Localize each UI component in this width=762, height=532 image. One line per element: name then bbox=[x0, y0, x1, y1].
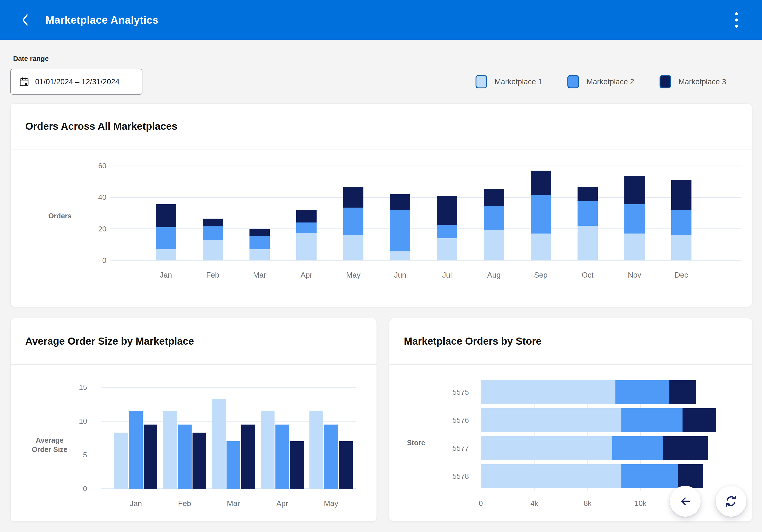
bar-segment-marketplace-2 bbox=[531, 195, 551, 233]
bar-marketplace-2 bbox=[129, 411, 143, 489]
month-label: Aug bbox=[484, 271, 504, 279]
horizontal-stacked-bar-plot bbox=[481, 380, 720, 488]
bar-segment-marketplace-2 bbox=[390, 210, 410, 251]
bar-marketplace-3 bbox=[192, 432, 206, 489]
y-axis-ticks: 051015 bbox=[69, 387, 87, 489]
bar-marketplace-2 bbox=[324, 425, 338, 489]
bar-group-mar bbox=[212, 399, 255, 489]
bar-segment-marketplace-1 bbox=[481, 380, 615, 404]
month-label: Apr bbox=[261, 499, 304, 508]
fab-back-button[interactable] bbox=[670, 486, 701, 517]
bar-group-may bbox=[309, 411, 353, 489]
overflow-menu-icon[interactable] bbox=[733, 11, 739, 29]
y-tick-label: 0 bbox=[102, 256, 106, 265]
month-label: Dec bbox=[671, 271, 691, 279]
date-range-input[interactable]: 01/01/2024 – 12/31/2024 bbox=[10, 69, 142, 95]
bar-segment-marketplace-3 bbox=[484, 189, 504, 206]
chart-title: Marketplace Orders by Store bbox=[404, 335, 541, 347]
stacked-bar-mar bbox=[250, 229, 270, 260]
y-axis-title: Orders bbox=[37, 212, 83, 221]
stacked-bar-plot bbox=[110, 166, 741, 260]
x-tick-label: 0 bbox=[479, 499, 483, 508]
store-labels: 5575557655775578 bbox=[441, 380, 469, 488]
orders-by-store-card: Marketplace Orders by Store Store 557555… bbox=[389, 318, 752, 522]
bar-segment-marketplace-1 bbox=[671, 235, 691, 260]
bar-segment-marketplace-2 bbox=[437, 225, 457, 238]
stacked-bar-dec bbox=[671, 180, 691, 260]
bar-segment-marketplace-2 bbox=[484, 206, 504, 230]
stacked-bar-jan bbox=[156, 204, 176, 260]
y-axis-title: Average Order Size bbox=[27, 436, 73, 454]
bar-segment-marketplace-1 bbox=[481, 464, 621, 488]
kebab-dot bbox=[735, 12, 738, 15]
stacked-bar-feb bbox=[203, 219, 223, 260]
y-axis-ticks: 0204060 bbox=[88, 166, 106, 260]
month-label: Feb bbox=[203, 271, 223, 279]
stacked-bar-aug bbox=[484, 189, 504, 260]
legend-label: Marketplace 3 bbox=[679, 77, 726, 86]
legend-swatch-marketplace-1 bbox=[476, 75, 487, 89]
bar-marketplace-3 bbox=[144, 425, 157, 489]
legend-item-marketplace-1[interactable]: Marketplace 1 bbox=[476, 75, 542, 89]
x-axis-labels: JanFebMarAprMayJunJulAugSepOctNovDec bbox=[110, 271, 741, 279]
bar-segment-marketplace-2 bbox=[156, 227, 176, 249]
bar-segment-marketplace-2 bbox=[621, 408, 683, 432]
bar-segment-marketplace-3 bbox=[203, 219, 223, 227]
grouped-bar-plot bbox=[101, 387, 356, 489]
y-tick-label: 10 bbox=[79, 417, 87, 426]
date-range-value: 01/01/2024 – 12/31/2024 bbox=[35, 77, 119, 86]
bar-segment-marketplace-3 bbox=[250, 229, 270, 236]
bar-segment-marketplace-1 bbox=[481, 408, 621, 432]
bar-segment-marketplace-3 bbox=[531, 170, 551, 195]
month-label: Nov bbox=[624, 271, 645, 279]
bar-segment-marketplace-3 bbox=[437, 196, 457, 225]
chart-title: Orders Across All Marketplaces bbox=[25, 120, 177, 132]
bar-segment-marketplace-1 bbox=[250, 249, 270, 260]
month-label: Jun bbox=[390, 271, 410, 279]
arrow-left-icon bbox=[678, 494, 693, 508]
bar-segment-marketplace-3 bbox=[671, 180, 691, 210]
kebab-dot bbox=[735, 25, 738, 28]
store-bar-5577 bbox=[481, 436, 720, 460]
bar-group-feb bbox=[163, 411, 206, 489]
bar-segment-marketplace-1 bbox=[481, 436, 612, 460]
bar-segment-marketplace-3 bbox=[296, 210, 317, 223]
month-label: Apr bbox=[296, 271, 317, 279]
fab-refresh-button[interactable] bbox=[716, 486, 746, 517]
average-order-size-card: Average Order Size by Marketplace Averag… bbox=[10, 318, 377, 522]
bar-segment-marketplace-2 bbox=[615, 380, 669, 404]
stacked-bar-may bbox=[343, 187, 363, 260]
y-tick-label: 40 bbox=[98, 193, 106, 202]
bar-segment-marketplace-3 bbox=[390, 194, 410, 210]
month-label: Oct bbox=[577, 271, 598, 279]
y-axis-title: Store bbox=[398, 438, 434, 447]
store-bar-5576 bbox=[481, 408, 720, 432]
bar-segment-marketplace-1 bbox=[156, 249, 176, 260]
bar-segment-marketplace-1 bbox=[203, 240, 223, 260]
y-tick-label: 60 bbox=[98, 162, 106, 170]
bar-marketplace-3 bbox=[290, 441, 304, 489]
bar-segment-marketplace-3 bbox=[669, 380, 696, 404]
bar-segment-marketplace-2 bbox=[624, 204, 645, 233]
bar-marketplace-2 bbox=[275, 425, 289, 489]
y-tick-label: 5 bbox=[83, 451, 87, 459]
bar-group-jan bbox=[114, 411, 157, 489]
date-range-label: Date range bbox=[13, 55, 49, 62]
bar-segment-marketplace-2 bbox=[343, 208, 363, 235]
store-label: 5578 bbox=[441, 464, 469, 488]
bar-segment-marketplace-3 bbox=[678, 464, 703, 488]
legend-label: Marketplace 1 bbox=[495, 77, 542, 86]
legend-swatch-marketplace-3 bbox=[659, 75, 671, 89]
stacked-bar-sep bbox=[531, 170, 551, 260]
legend-swatch-marketplace-2 bbox=[568, 75, 579, 89]
bar-marketplace-2 bbox=[178, 425, 191, 489]
month-label: Mar bbox=[212, 499, 255, 508]
bar-marketplace-1 bbox=[163, 411, 177, 489]
back-button[interactable] bbox=[20, 12, 30, 28]
bar-segment-marketplace-1 bbox=[624, 233, 645, 260]
legend-item-marketplace-3[interactable]: Marketplace 3 bbox=[659, 75, 726, 89]
store-label: 5577 bbox=[441, 436, 469, 460]
legend-item-marketplace-2[interactable]: Marketplace 2 bbox=[568, 75, 634, 89]
card-header: Average Order Size by Marketplace bbox=[11, 318, 377, 365]
bar-segment-marketplace-1 bbox=[343, 235, 363, 260]
